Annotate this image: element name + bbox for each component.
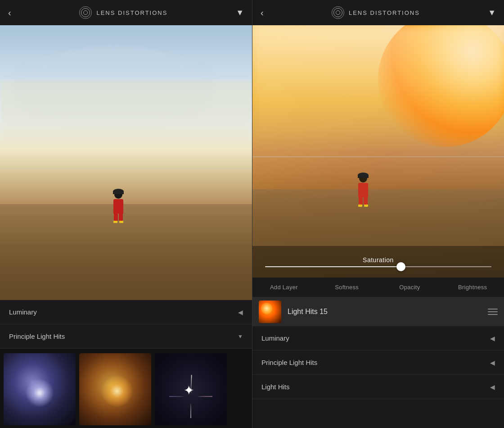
left-thumb-2[interactable] bbox=[79, 353, 151, 425]
right-back-button[interactable]: ‹ bbox=[261, 8, 264, 17]
saturation-label: Saturation bbox=[363, 256, 394, 264]
right-image: Saturation bbox=[252, 25, 504, 278]
right-light-hits-row[interactable]: Light Hits ◀ bbox=[252, 375, 504, 399]
right-beach-bg bbox=[252, 25, 504, 278]
tab-opacity[interactable]: Opacity bbox=[378, 278, 441, 297]
saturation-slider-track[interactable] bbox=[265, 266, 491, 267]
left-luminary-chevron: ◀ bbox=[238, 309, 243, 316]
figure-leg-r-right bbox=[364, 197, 368, 205]
figure-right bbox=[358, 174, 368, 207]
right-bottom: Add Layer Softness Opacity Brightness Li… bbox=[252, 278, 504, 428]
right-principle-label: Principle Light Hits bbox=[261, 359, 317, 366]
left-thumbnail-strip bbox=[0, 349, 252, 428]
left-thumb-3[interactable] bbox=[155, 353, 227, 425]
right-tabs: Add Layer Softness Opacity Brightness bbox=[252, 278, 504, 297]
beach-water-left bbox=[0, 204, 252, 301]
figure-foot-r-right bbox=[364, 205, 368, 207]
left-luminary-row[interactable]: Luminary ◀ bbox=[0, 300, 252, 324]
sunset-left bbox=[0, 80, 252, 149]
layer-name: Light Hits 15 bbox=[288, 308, 482, 316]
atmosphere bbox=[252, 25, 504, 151]
tab-softness[interactable]: Softness bbox=[315, 278, 378, 297]
left-luminary-label: Luminary bbox=[9, 308, 37, 316]
active-layer-row[interactable]: Light Hits 15 bbox=[252, 297, 504, 326]
figure-legs-right bbox=[359, 197, 368, 205]
right-panel: ‹ LENS DISTORTIONS ▼ bbox=[252, 0, 504, 428]
hamburger-line-1 bbox=[488, 309, 498, 310]
right-light-hits-chevron: ◀ bbox=[490, 383, 495, 391]
hamburger-menu-button[interactable] bbox=[488, 309, 498, 315]
left-header: ‹ LENS DISTORTIONS ▼ bbox=[0, 0, 252, 25]
ld-icon-right bbox=[333, 8, 342, 17]
figure-foot-r-left bbox=[119, 221, 123, 223]
figure-left bbox=[113, 191, 123, 223]
left-back-button[interactable]: ‹ bbox=[8, 8, 11, 17]
left-principle-row[interactable]: Principle Light Hits ▼ bbox=[0, 324, 252, 349]
figure-leg-l-right bbox=[359, 197, 363, 205]
figure-foot-l-left bbox=[113, 221, 117, 223]
right-header-title: LENS DISTORTIONS bbox=[349, 9, 420, 16]
layer-thumbnail bbox=[259, 301, 281, 323]
right-luminary-chevron: ◀ bbox=[490, 335, 495, 342]
figure-body-left bbox=[113, 199, 123, 214]
right-light-hits-label: Light Hits bbox=[261, 383, 290, 391]
figure-head-left bbox=[114, 191, 122, 199]
right-header: ‹ LENS DISTORTIONS ▼ bbox=[252, 0, 504, 25]
left-principle-label: Principle Light Hits bbox=[9, 332, 65, 340]
right-principle-row[interactable]: Principle Light Hits ◀ bbox=[252, 351, 504, 375]
left-download-button[interactable]: ▼ bbox=[236, 8, 244, 18]
left-image bbox=[0, 25, 252, 300]
figure-leg-l-left bbox=[114, 214, 118, 221]
figure-foot-l-right bbox=[358, 205, 362, 207]
left-ld-logo bbox=[79, 6, 92, 19]
left-header-title: LENS DISTORTIONS bbox=[96, 9, 167, 16]
right-download-button[interactable]: ▼ bbox=[488, 8, 496, 18]
horizon-left bbox=[0, 168, 252, 169]
left-bottom: Luminary ◀ Principle Light Hits ▼ bbox=[0, 300, 252, 428]
right-ld-logo bbox=[332, 6, 344, 19]
left-thumb-1[interactable] bbox=[4, 353, 76, 425]
right-header-center: LENS DISTORTIONS bbox=[332, 6, 420, 19]
right-luminary-label: Luminary bbox=[261, 334, 289, 342]
right-luminary-row[interactable]: Luminary ◀ bbox=[252, 326, 504, 351]
left-header-center: LENS DISTORTIONS bbox=[79, 6, 167, 19]
figure-legs-left bbox=[114, 214, 123, 221]
hamburger-line-3 bbox=[488, 314, 498, 315]
ld-icon-left bbox=[81, 8, 90, 17]
figure-feet-right bbox=[358, 205, 368, 207]
tab-add-layer[interactable]: Add Layer bbox=[252, 278, 315, 297]
saturation-slider-thumb[interactable] bbox=[396, 262, 405, 271]
figure-body-right bbox=[358, 183, 368, 197]
left-principle-chevron: ▼ bbox=[238, 333, 243, 340]
hamburger-line-2 bbox=[488, 311, 498, 312]
right-principle-chevron: ◀ bbox=[490, 359, 495, 366]
saturation-overlay: Saturation bbox=[252, 246, 504, 278]
figure-head-right bbox=[359, 174, 367, 182]
figure-feet-left bbox=[113, 221, 123, 223]
figure-leg-r-left bbox=[119, 214, 123, 221]
horizon-right bbox=[252, 156, 504, 157]
left-panel: ‹ LENS DISTORTIONS ▼ bbox=[0, 0, 252, 428]
tab-brightness[interactable]: Brightness bbox=[441, 278, 504, 297]
left-beach-bg bbox=[0, 25, 252, 300]
